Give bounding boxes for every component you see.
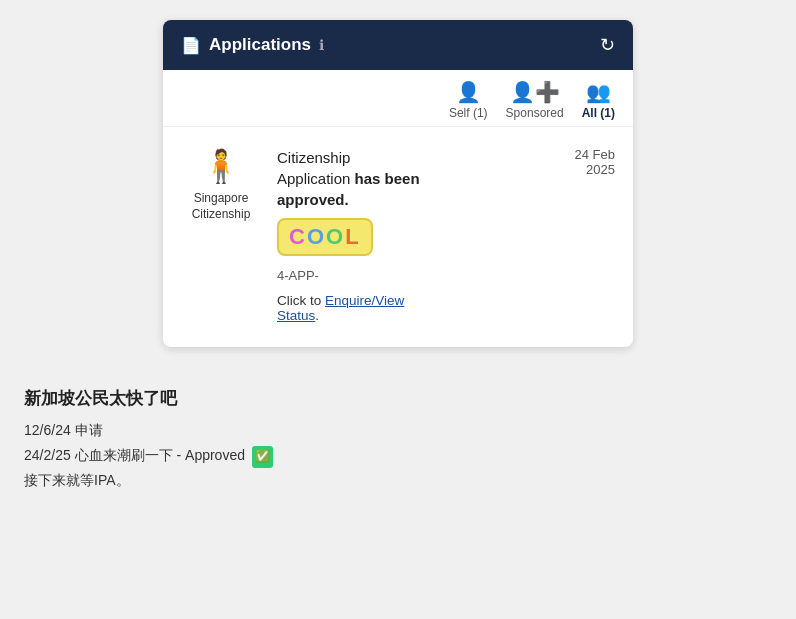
info-icon[interactable]: ℹ [319,37,324,53]
header-left: 📄 Applications ℹ [181,35,324,55]
page-wrapper: 📄 Applications ℹ ↻ 👤 Self (1) 👤➕ Sponsor… [0,20,796,510]
refresh-icon[interactable]: ↻ [600,34,615,56]
app-title: CitizenshipApplication has beenapproved. [277,147,420,210]
tab-all-label: All (1) [582,106,615,120]
tab-sponsored-label: Sponsored [506,106,564,120]
document-icon: 📄 [181,36,201,55]
app-content: CitizenshipApplication has beenapproved.… [277,147,615,323]
person-icon: 🧍 [201,147,241,185]
app-link-row: Click to Enquire/ViewStatus. [277,293,615,323]
check-icon: ✅ [252,446,273,468]
cool-sticker-wrapper: COOL [277,210,615,264]
bottom-line2-text: 24/2/25 心血来潮刷一下 - Approved [24,447,245,463]
app-ref: 4-APP- [277,268,615,283]
link-suffix: . [315,308,319,323]
tab-all[interactable]: 👥 All (1) [582,80,615,120]
app-icon-col: 🧍 Singapore Citizenship [181,147,261,222]
application-row: 🧍 Singapore Citizenship CitizenshipAppli… [163,127,633,347]
bottom-line3: 接下来就等IPA。 [24,468,772,493]
self-icon: 👤 [456,80,481,104]
bottom-text: 12/6/24 申请 24/2/25 心血来潮刷一下 - Approved ✅ … [24,418,772,494]
bottom-section: 新加坡公民太快了吧 12/6/24 申请 24/2/25 心血来潮刷一下 - A… [0,371,796,510]
tab-sponsored[interactable]: 👤➕ Sponsored [506,80,564,120]
tab-self-label: Self (1) [449,106,488,120]
app-date: 24 Feb 2025 [575,147,615,177]
bottom-line1: 12/6/24 申请 [24,418,772,443]
app-type-label: Singapore Citizenship [192,191,251,222]
cool-sticker: COOL [277,218,373,256]
all-icon: 👥 [586,80,611,104]
bottom-title: 新加坡公民太快了吧 [24,387,772,410]
phone-card: 📄 Applications ℹ ↻ 👤 Self (1) 👤➕ Sponsor… [163,20,633,347]
app-title-row: CitizenshipApplication has beenapproved.… [277,147,615,210]
bottom-line2: 24/2/25 心血来潮刷一下 - Approved ✅ [24,443,772,468]
tab-self[interactable]: 👤 Self (1) [449,80,488,120]
card-header: 📄 Applications ℹ ↻ [163,20,633,70]
sponsored-icon: 👤➕ [510,80,560,104]
click-to-text: Click to [277,293,325,308]
tabs-row: 👤 Self (1) 👤➕ Sponsored 👥 All (1) [163,70,633,127]
header-title: Applications [209,35,311,55]
